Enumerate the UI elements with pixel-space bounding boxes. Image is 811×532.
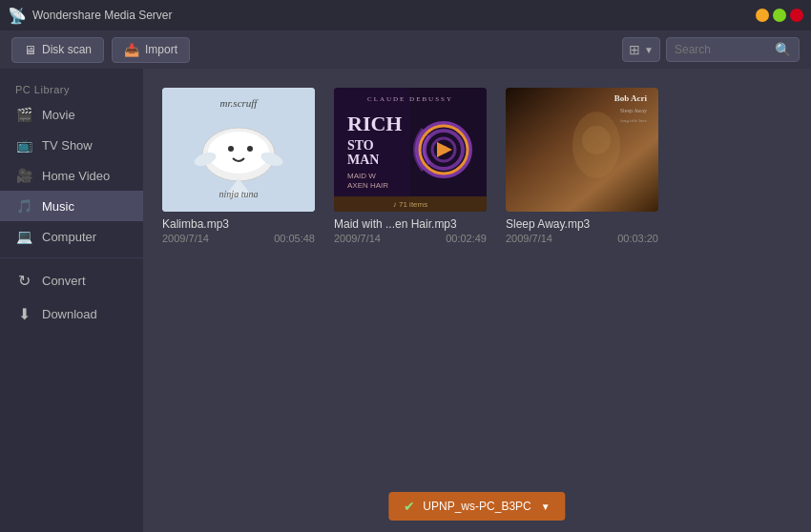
sidebar-item-home-video[interactable]: 🎥 Home Video (0, 160, 143, 191)
svg-text:STO: STO (347, 138, 374, 153)
computer-icon: 💻 (15, 229, 32, 244)
svg-point-2 (208, 132, 269, 174)
movie-icon: 🎬 (15, 107, 32, 122)
media-info: Maid with ...en Hair.mp3 2009/7/14 00:02… (334, 217, 487, 244)
media-thumbnail: Bob Acri Sleep Away long title here (506, 88, 658, 212)
sidebar-item-tvshow[interactable]: 📺 TV Show (0, 130, 143, 160)
svg-point-4 (247, 146, 253, 152)
maximize-button[interactable]: □ (773, 9, 786, 22)
media-thumbnail: CLAUDE DEBUSSY RICH STO MAN MAID W AXEN … (334, 88, 487, 212)
media-duration: 00:02:49 (446, 233, 487, 244)
media-grid: mr.scruff ninja tuna Kalimba.mp3 2009/7/… (162, 88, 792, 244)
svg-text:RICH: RICH (347, 112, 402, 135)
sidebar-item-convert[interactable]: ↻ Convert (0, 264, 143, 297)
svg-text:ninja tuna: ninja tuna (219, 189, 259, 199)
media-meta: 2009/7/14 00:03:20 (506, 233, 658, 244)
sidebar-item-computer[interactable]: 💻 Computer (0, 221, 143, 252)
list-item[interactable]: Bob Acri Sleep Away long title here Slee… (506, 88, 658, 244)
sidebar: PC Library 🎬 Movie 📺 TV Show 🎥 Home Vide… (0, 69, 143, 532)
svg-text:long title here: long title here (620, 118, 648, 123)
grid-view-icon: ⊞ (629, 42, 640, 57)
svg-text:Bob Acri: Bob Acri (614, 93, 648, 103)
svg-point-27 (582, 126, 611, 154)
media-title: Maid with ...en Hair.mp3 (334, 217, 487, 231)
app-title: Wondershare Media Server (32, 9, 173, 22)
toolbar-left: 🖥 Disk scan 📥 Import (11, 37, 190, 63)
close-button[interactable]: × (790, 9, 803, 22)
media-meta: 2009/7/14 00:02:49 (334, 233, 487, 244)
device-badge-button[interactable]: ✔ UPNP_ws-PC_B3PC ▼ (388, 492, 565, 521)
sidebar-item-movie[interactable]: 🎬 Movie (0, 99, 143, 130)
svg-text:mr.scruff: mr.scruff (220, 97, 260, 109)
view-toggle-button[interactable]: ⊞ ▼ (622, 37, 660, 62)
disk-scan-icon: 🖥 (24, 43, 36, 57)
media-date: 2009/7/14 (334, 233, 381, 244)
toolbar-right: ⊞ ▼ 🔍 (622, 37, 800, 62)
media-thumbnail: mr.scruff ninja tuna (162, 88, 315, 212)
device-label: UPNP_ws-PC_B3PC (423, 500, 530, 513)
music-icon: 🎵 (15, 198, 32, 214)
content-area: mr.scruff ninja tuna Kalimba.mp3 2009/7/… (143, 69, 811, 532)
toolbar: 🖥 Disk scan 📥 Import ⊞ ▼ 🔍 (0, 31, 811, 69)
title-controls: − □ × (756, 9, 803, 22)
search-icon: 🔍 (775, 42, 791, 57)
media-info: Kalimba.mp3 2009/7/14 00:05:48 (162, 217, 315, 244)
minimize-button[interactable]: − (756, 9, 769, 22)
media-date: 2009/7/14 (506, 233, 552, 244)
svg-text:Sleep Away: Sleep Away (620, 108, 647, 113)
media-title: Sleep Away.mp3 (506, 217, 658, 231)
sidebar-divider (0, 257, 143, 258)
svg-text:MAN: MAN (347, 153, 379, 167)
sidebar-item-download[interactable]: ⬇ Download (0, 297, 143, 331)
convert-icon: ↻ (15, 272, 32, 290)
device-status-bar: ✔ UPNP_ws-PC_B3PC ▼ (388, 492, 565, 521)
disk-scan-button[interactable]: 🖥 Disk scan (11, 37, 104, 63)
chevron-down-icon: ▼ (644, 45, 654, 55)
media-duration: 00:05:48 (274, 233, 315, 244)
app-icon: 📡 (8, 7, 27, 25)
search-input[interactable] (675, 43, 769, 56)
home-video-icon: 🎥 (15, 168, 32, 183)
device-chevron-icon: ▼ (541, 501, 551, 512)
tvshow-icon: 📺 (15, 137, 32, 153)
list-item[interactable]: CLAUDE DEBUSSY RICH STO MAN MAID W AXEN … (334, 88, 487, 244)
svg-text:MAID W: MAID W (347, 172, 376, 180)
media-duration: 00:03:20 (617, 233, 658, 244)
media-date: 2009/7/14 (162, 233, 209, 244)
main-layout: PC Library 🎬 Movie 📺 TV Show 🎥 Home Vide… (0, 69, 811, 532)
list-item[interactable]: mr.scruff ninja tuna Kalimba.mp3 2009/7/… (162, 88, 315, 244)
download-icon: ⬇ (15, 305, 32, 323)
media-meta: 2009/7/14 00:05:48 (162, 233, 315, 244)
media-info: Sleep Away.mp3 2009/7/14 00:03:20 (506, 217, 658, 244)
svg-text:CLAUDE DEBUSSY: CLAUDE DEBUSSY (367, 95, 453, 103)
search-box: 🔍 (666, 37, 800, 62)
title-bar: 📡 Wondershare Media Server − □ × (0, 0, 811, 31)
import-button[interactable]: 📥 Import (112, 37, 190, 63)
svg-text:AXEN HAIR: AXEN HAIR (347, 181, 388, 190)
import-icon: 📥 (124, 43, 139, 57)
media-title: Kalimba.mp3 (162, 217, 315, 231)
title-left: 📡 Wondershare Media Server (8, 7, 173, 25)
svg-point-3 (228, 146, 234, 152)
check-icon: ✔ (404, 499, 415, 514)
pc-library-label: PC Library (0, 76, 143, 99)
sidebar-item-music[interactable]: 🎵 Music (0, 191, 143, 221)
svg-text:♪ 71 items: ♪ 71 items (393, 200, 427, 209)
